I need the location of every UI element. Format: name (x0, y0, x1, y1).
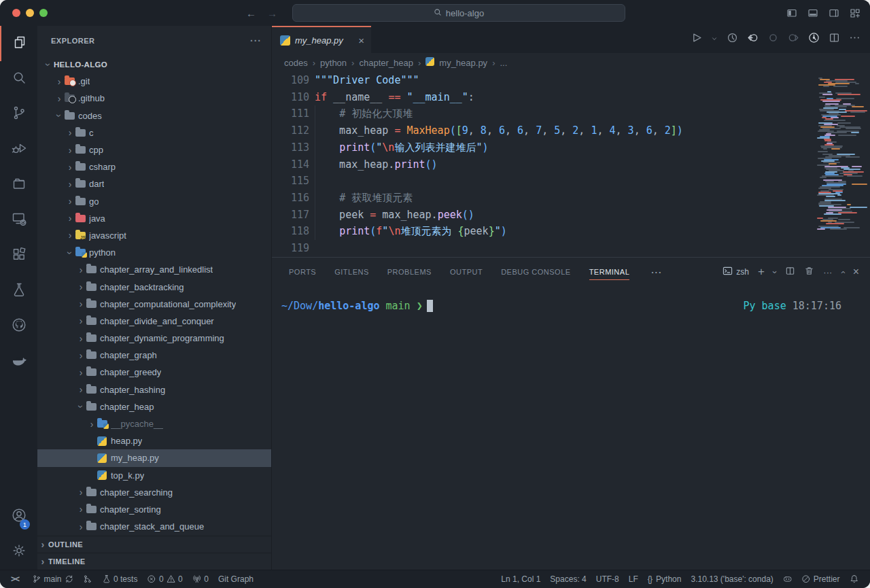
tree-item-java[interactable]: ›java (37, 210, 271, 227)
activity-bar-item-source-control[interactable] (0, 97, 37, 132)
breadcrumb-item-python[interactable]: python (320, 58, 347, 68)
tree-item-chapter-stack-and-queue[interactable]: ›chapter_stack_and_queue (37, 518, 271, 535)
run-dropdown-icon[interactable] (711, 33, 718, 45)
tree-item-javascript[interactable]: ›javascript (37, 227, 271, 244)
breadcrumb-symbol[interactable]: ... (500, 58, 507, 68)
tree-item-codes[interactable]: ›codes (37, 107, 271, 124)
status-encoding[interactable]: UTF-8 (591, 570, 624, 588)
timeline-icon[interactable] (727, 32, 738, 46)
maximize-panel-icon[interactable]: › (841, 267, 843, 277)
status-python-interpreter[interactable]: 3.10.13 ('base': conda) (686, 570, 778, 588)
tree-item-my-heap-py[interactable]: my_heap.py (37, 449, 271, 466)
tree-item-python[interactable]: ›python (37, 244, 271, 261)
split-terminal-icon[interactable] (785, 266, 795, 278)
sidebar-section-outline[interactable]: › OUTLINE (37, 536, 271, 553)
tree-item-chapter-array-and-linkedlist[interactable]: ›chapter_array_and_linkedlist (37, 261, 271, 278)
breadcrumb-item-codes[interactable]: codes (284, 58, 308, 68)
activity-bar-item-folders[interactable] (0, 167, 37, 203)
activity-bar-item-run-and-debug[interactable] (0, 132, 37, 167)
tree-item-hello-algo[interactable]: ›HELLO-ALGO (37, 56, 271, 73)
terminal-dropdown-icon[interactable]: › (773, 267, 776, 277)
terminal-shell-label[interactable]: zsh (723, 266, 749, 278)
command-center-search[interactable]: hello-algo (292, 4, 625, 22)
status-indentation[interactable]: Spaces: 4 (545, 570, 591, 588)
panel-tab-ports[interactable]: PORTS (289, 258, 316, 286)
activity-bar-item-explorer[interactable] (0, 26, 37, 61)
status-git-branch[interactable]: main (27, 570, 78, 588)
status-language-mode[interactable]: { }Python (643, 570, 686, 588)
tree-item-chapter-sorting[interactable]: ›chapter_sorting (37, 501, 271, 518)
status-ports[interactable]: 0 (188, 570, 213, 588)
tree-item-chapter-searching[interactable]: ›chapter_searching (37, 484, 271, 501)
tree-item-chapter-computational-complexity[interactable]: ›chapter_computational_complexity (37, 296, 271, 313)
sidebar-section-timeline[interactable]: › TIMELINE (37, 553, 271, 570)
panel-more-actions-icon[interactable]: ··· (823, 267, 832, 277)
tree-item-chapter-dynamic-programming[interactable]: ›chapter_dynamic_programming (37, 330, 271, 347)
close-tab-icon[interactable]: × (358, 35, 364, 46)
status-git-graph[interactable]: Git Graph (213, 570, 258, 588)
minimap[interactable] (817, 77, 867, 257)
minimize-window-button[interactable] (26, 9, 34, 17)
panel-tab-debug-console[interactable]: DEBUG CONSOLE (501, 258, 570, 286)
status-problems[interactable]: 00 (142, 570, 187, 588)
activity-bar-item-accounts[interactable]: 1 (0, 499, 37, 534)
tree-item-pycache[interactable]: ›__pycache__ (37, 415, 271, 432)
nav-dot-icon[interactable] (767, 32, 779, 46)
tree-item-c[interactable]: ›c (37, 124, 271, 141)
activity-bar-item-extensions[interactable] (0, 238, 37, 273)
tree-item-chapter-greedy[interactable]: ›chapter_greedy (37, 364, 271, 381)
panel-tabs-overflow-icon[interactable]: ··· (651, 267, 662, 277)
activity-bar-item-docker[interactable] (0, 344, 37, 379)
tree-item-cpp[interactable]: ›cpp (37, 141, 271, 158)
gitlens-graph-icon[interactable] (808, 32, 820, 46)
toggle-secondary-sidebar-icon[interactable] (829, 7, 839, 18)
tree-item-chapter-graph[interactable]: ›chapter_graph (37, 347, 271, 364)
terminal-view[interactable]: ~/Dow/hello-algo main ❯ Py base 18:17:16 (272, 286, 870, 570)
toggle-primary-sidebar-icon[interactable] (786, 7, 797, 18)
panel-tab-problems[interactable]: PROBLEMS (387, 258, 432, 286)
status-git-graph-branch[interactable] (78, 570, 97, 588)
tree-item-heap-py[interactable]: heap.py (37, 432, 271, 449)
status-tests[interactable]: 0 tests (97, 570, 143, 588)
activity-bar-item-testing[interactable] (0, 273, 37, 309)
split-editor-icon[interactable] (829, 32, 840, 46)
panel-tab-gitlens[interactable]: GITLENS (334, 258, 369, 286)
tree-item-top-k-py[interactable]: top_k.py (37, 467, 271, 484)
activity-bar-item-search[interactable] (0, 61, 37, 97)
tree-item-chapter-backtracking[interactable]: ›chapter_backtracking (37, 278, 271, 295)
panel-tab-output[interactable]: OUTPUT (450, 258, 483, 286)
status-remote-window[interactable]: >< (0, 570, 27, 588)
new-terminal-icon[interactable]: + (758, 265, 765, 279)
toggle-panel-icon[interactable] (807, 7, 818, 18)
panel-tab-terminal[interactable]: TERMINAL (589, 258, 630, 286)
status-eol[interactable]: LF (624, 570, 643, 588)
status-prettier[interactable]: Prettier (797, 570, 844, 588)
explorer-more-actions-icon[interactable]: ··· (250, 35, 262, 46)
breadcrumb-item-file[interactable]: my_heap.py (439, 58, 487, 68)
tree-item-github[interactable]: ›.github (37, 90, 271, 107)
nav-back-icon[interactable] (747, 32, 759, 46)
kill-terminal-icon[interactable] (804, 266, 814, 278)
tree-item-chapter-divide-and-conquer[interactable]: ›chapter_divide_and_conquer (37, 313, 271, 330)
breadcrumb-item-chapter_heap[interactable]: chapter_heap (359, 58, 413, 68)
activity-bar-item-settings[interactable] (0, 534, 37, 570)
close-window-button[interactable] (12, 9, 20, 17)
activity-bar-item-remote-explorer[interactable] (0, 203, 37, 238)
tree-item-dart[interactable]: ›dart (37, 175, 271, 192)
more-icon[interactable] (849, 32, 860, 46)
nav-forward-icon[interactable] (788, 32, 799, 46)
status-copilot[interactable] (778, 570, 797, 588)
status-cursor-position[interactable]: Ln 1, Col 1 (496, 570, 545, 588)
close-panel-icon[interactable]: × (853, 266, 859, 278)
tree-item-git[interactable]: ›.git (37, 73, 271, 90)
zoom-window-button[interactable] (39, 9, 48, 17)
tree-item-go[interactable]: ›go (37, 193, 271, 210)
code-editor[interactable]: 109"""Driver Code"""110if __name__ == "_… (272, 72, 870, 257)
activity-bar-item-github[interactable] (0, 309, 37, 344)
tree-item-chapter-heap[interactable]: ›chapter_heap (37, 398, 271, 415)
customize-layout-icon[interactable] (850, 7, 860, 18)
tab-my-heap-py[interactable]: my_heap.py × (272, 26, 371, 53)
tree-item-csharp[interactable]: ›csharp (37, 158, 271, 175)
tree-item-chapter-hashing[interactable]: ›chapter_hashing (37, 381, 271, 398)
history-forward-icon[interactable]: → (267, 7, 277, 19)
